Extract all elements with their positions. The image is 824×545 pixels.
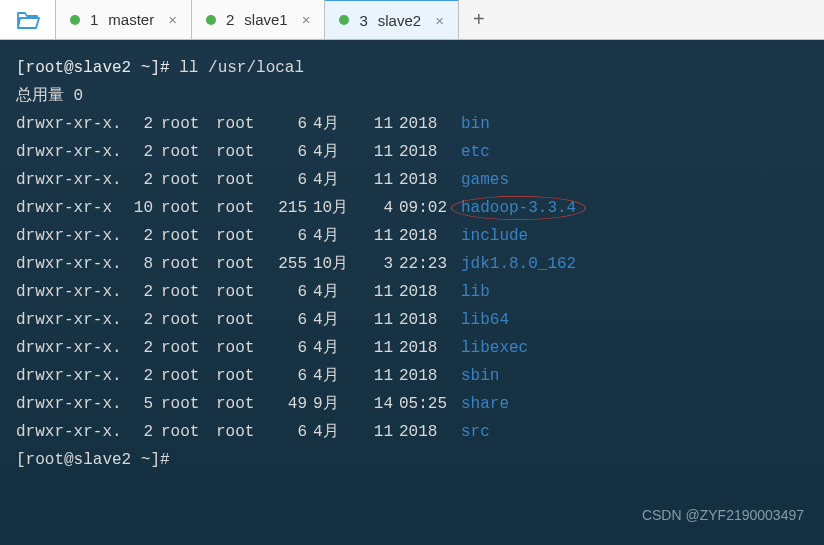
col-size: 6 (271, 278, 313, 306)
col-day: 11 (367, 138, 399, 166)
col-size: 6 (271, 138, 313, 166)
col-owner: root (161, 306, 216, 334)
col-group: root (216, 222, 271, 250)
listing-row: drwxr-xr-x.2rootroot64月112018etc (16, 138, 808, 166)
col-day: 11 (367, 334, 399, 362)
col-month: 4月 (313, 418, 367, 446)
listing-row: drwxr-xr-x.2rootroot64月112018include (16, 222, 808, 250)
tab-index: 1 (90, 11, 98, 28)
tab-label: master (108, 11, 154, 28)
col-group: root (216, 334, 271, 362)
close-icon[interactable]: × (168, 11, 177, 28)
command-text: ll /usr/local (179, 59, 304, 77)
col-links: 2 (131, 222, 161, 250)
folder-button[interactable] (0, 0, 56, 39)
listing-row: drwxr-xr-x.2rootroot64月112018libexec (16, 334, 808, 362)
watermark: CSDN @ZYF2190003497 (642, 501, 804, 529)
col-month: 4月 (313, 334, 367, 362)
tab-bar: 1master×2slave1×3slave2× + (0, 0, 824, 40)
listing-row: drwxr-xr-x.2rootroot64月112018lib64 (16, 306, 808, 334)
col-links: 8 (131, 250, 161, 278)
col-group: root (216, 250, 271, 278)
col-group: root (216, 362, 271, 390)
col-links: 2 (131, 306, 161, 334)
col-size: 6 (271, 306, 313, 334)
col-owner: root (161, 222, 216, 250)
col-links: 2 (131, 334, 161, 362)
col-owner: root (161, 138, 216, 166)
listing-row: drwxr-xr-x.2rootroot64月112018bin (16, 110, 808, 138)
highlighted-entry: hadoop-3.3.4 (461, 194, 576, 222)
terminal-output[interactable]: [root@slave2 ~]# ll /usr/local 总用量 0 drw… (0, 40, 824, 545)
col-links: 10 (131, 194, 161, 222)
col-links: 2 (131, 278, 161, 306)
col-owner: root (161, 110, 216, 138)
col-day: 4 (367, 194, 399, 222)
directory-name: games (461, 166, 509, 194)
col-time: 2018 (399, 110, 461, 138)
tab-master[interactable]: 1master× (56, 0, 192, 39)
col-day: 11 (367, 110, 399, 138)
col-perm: drwxr-xr-x. (16, 222, 131, 250)
col-perm: drwxr-xr-x. (16, 306, 131, 334)
add-tab-button[interactable]: + (459, 0, 499, 39)
col-day: 11 (367, 278, 399, 306)
col-group: root (216, 166, 271, 194)
command-line: [root@slave2 ~]# ll /usr/local (16, 54, 808, 82)
col-month: 4月 (313, 166, 367, 194)
col-month: 4月 (313, 278, 367, 306)
col-time: 2018 (399, 278, 461, 306)
col-owner: root (161, 278, 216, 306)
col-day: 11 (367, 166, 399, 194)
close-icon[interactable]: × (302, 11, 311, 28)
col-perm: drwxr-xr-x. (16, 390, 131, 418)
directory-name: include (461, 222, 528, 250)
col-time: 2018 (399, 306, 461, 334)
close-icon[interactable]: × (435, 12, 444, 29)
directory-name: lib (461, 278, 490, 306)
col-links: 2 (131, 166, 161, 194)
listing-row: drwxr-xr-x.2rootroot64月112018games (16, 166, 808, 194)
tab-label: slave1 (244, 11, 287, 28)
col-day: 11 (367, 418, 399, 446)
col-month: 4月 (313, 362, 367, 390)
col-group: root (216, 138, 271, 166)
directory-name: share (461, 390, 509, 418)
col-time: 2018 (399, 334, 461, 362)
col-owner: root (161, 418, 216, 446)
tab-index: 3 (359, 12, 367, 29)
col-links: 2 (131, 110, 161, 138)
col-time: 05:25 (399, 390, 461, 418)
col-month: 4月 (313, 306, 367, 334)
directory-name: etc (461, 138, 490, 166)
col-month: 4月 (313, 222, 367, 250)
tab-slave1[interactable]: 2slave1× (192, 0, 325, 39)
tab-slave2[interactable]: 3slave2× (325, 0, 458, 39)
col-size: 6 (271, 418, 313, 446)
col-month: 10月 (313, 250, 367, 278)
col-month: 4月 (313, 138, 367, 166)
col-links: 2 (131, 418, 161, 446)
col-month: 10月 (313, 194, 367, 222)
col-time: 22:23 (399, 250, 461, 278)
col-group: root (216, 110, 271, 138)
listing-row: drwxr-xr-x.2rootroot64月112018src (16, 418, 808, 446)
col-size: 6 (271, 222, 313, 250)
col-perm: drwxr-xr-x. (16, 110, 131, 138)
directory-name: src (461, 418, 490, 446)
col-month: 4月 (313, 110, 367, 138)
col-time: 2018 (399, 166, 461, 194)
tab-label: slave2 (378, 12, 421, 29)
col-month: 9月 (313, 390, 367, 418)
directory-name: hadoop-3.3.4 (461, 199, 576, 217)
col-links: 5 (131, 390, 161, 418)
col-perm: drwxr-xr-x. (16, 334, 131, 362)
plus-icon: + (473, 8, 485, 31)
col-day: 11 (367, 362, 399, 390)
listing-row: drwxr-xr-x10rootroot21510月409:02hadoop-3… (16, 194, 808, 222)
status-dot-icon (206, 15, 216, 25)
col-group: root (216, 278, 271, 306)
shell-prompt: [root@slave2 ~]# (16, 59, 170, 77)
col-perm: drwxr-xr-x. (16, 138, 131, 166)
col-time: 2018 (399, 362, 461, 390)
